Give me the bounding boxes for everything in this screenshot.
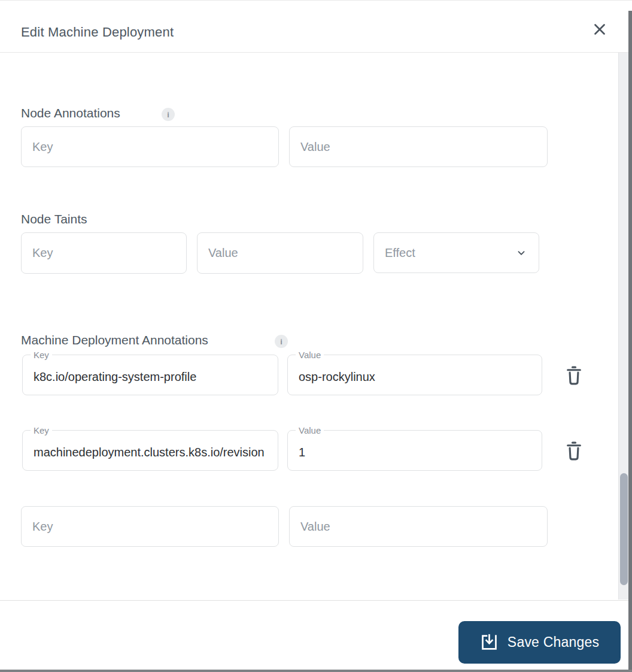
md-annotation-value-input[interactable] <box>288 431 542 470</box>
save-changes-button[interactable]: Save Changes <box>458 621 621 664</box>
md-annotation-value-input[interactable] <box>288 355 542 395</box>
node-annotation-key-input[interactable] <box>21 126 279 167</box>
edit-machine-deployment-dialog: Edit Machine Deployment Node Annotations… <box>0 0 632 672</box>
node-taint-value-input[interactable] <box>197 232 363 274</box>
md-annotation-row: Key <box>22 355 278 395</box>
dialog-scrollbar-track[interactable] <box>618 53 628 600</box>
delete-icon <box>565 441 583 463</box>
close-icon <box>591 20 609 40</box>
md-annotation-row: Key <box>22 430 278 471</box>
info-icon[interactable]: i <box>162 108 175 121</box>
info-icon[interactable]: i <box>275 335 288 348</box>
md-annotation-row: Value <box>287 430 542 471</box>
node-annotation-value-input[interactable] <box>289 126 548 167</box>
close-button[interactable] <box>588 19 611 41</box>
footer-divider <box>0 600 628 601</box>
delete-annotation-button[interactable] <box>562 364 586 388</box>
delete-annotation-button[interactable] <box>562 440 586 464</box>
node-annotations-heading: Node Annotations <box>21 106 120 120</box>
md-annotation-new-key-input[interactable] <box>21 506 279 547</box>
md-annotation-key-input[interactable] <box>23 431 278 470</box>
md-annotation-key-input[interactable] <box>23 355 278 395</box>
page-bottom-edge <box>0 670 632 672</box>
delete-icon <box>565 365 583 388</box>
md-annotation-row: Value <box>287 355 542 395</box>
md-annotation-new-value-input[interactable] <box>289 506 548 547</box>
node-taint-effect-select[interactable]: Effect <box>373 232 539 273</box>
dialog-scrollbar-thumb[interactable] <box>620 473 628 585</box>
dialog-header: Edit Machine Deployment <box>0 1 628 53</box>
effect-select-placeholder: Effect <box>385 246 515 260</box>
save-icon <box>480 633 499 652</box>
page-right-edge <box>628 11 632 672</box>
md-annotations-heading: Machine Deployment Annotations <box>21 333 208 347</box>
node-taint-key-input[interactable] <box>21 232 187 274</box>
chevron-down-icon <box>515 246 528 259</box>
save-button-label: Save Changes <box>508 634 599 650</box>
dialog-title: Edit Machine Deployment <box>21 25 174 40</box>
node-taints-heading: Node Taints <box>21 212 87 226</box>
